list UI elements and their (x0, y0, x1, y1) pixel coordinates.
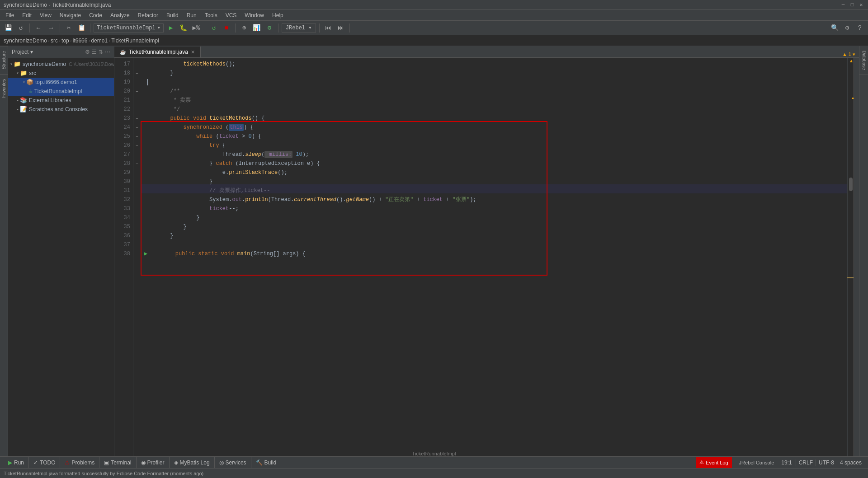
fold-20[interactable]: – (133, 87, 141, 96)
run-config-dropdown[interactable]: TicketRunnableImpl ▾ (94, 23, 164, 33)
terminal-status-label: Terminal (111, 459, 131, 466)
fold-26[interactable]: – (133, 141, 141, 150)
search-everywhere-button[interactable]: 🔍 (829, 23, 840, 33)
settings-button[interactable]: ⚙ (842, 23, 853, 33)
forward-button[interactable]: → (46, 23, 57, 33)
structure-tab[interactable]: Structure (0, 46, 8, 74)
event-log-button[interactable]: ⚠ Event Log (696, 457, 732, 469)
copy-button[interactable]: 📋 (76, 23, 87, 33)
fold-25[interactable]: – (133, 132, 141, 141)
fold-36 (133, 231, 141, 240)
fold-28[interactable]: – (133, 159, 141, 168)
line-24-content: synchronized (this) { (144, 123, 847, 132)
breadcrumb-project[interactable]: synchronizeDemo (4, 37, 47, 44)
menu-run[interactable]: Run (183, 11, 200, 19)
sync-button[interactable]: ↺ (15, 23, 26, 33)
problems-status-button[interactable]: ⚠ Problems (60, 457, 99, 469)
active-tab[interactable]: ☕ TicketRunnableImpl.java ✕ (114, 47, 201, 57)
more-icon[interactable]: ⋯ (105, 49, 110, 55)
menu-vcs[interactable]: VCS (222, 11, 241, 19)
window-title: synchronizeDemo - TicketRunnableImpl.jav… (4, 2, 111, 8)
breadcrumb-class[interactable]: TicketRunnableImpl (111, 37, 159, 44)
project-dropdown[interactable]: Project ▾ (12, 49, 33, 55)
code-area[interactable]: ticketMethods(); } /** (141, 58, 847, 456)
build-status-button[interactable]: 🔨 Build (251, 457, 282, 469)
tree-root[interactable]: ▾ 📁 synchronizeDemo C:\Users\30315\Dow..… (8, 60, 114, 69)
menu-file[interactable]: File (2, 11, 18, 19)
services-status-button[interactable]: ◎ Services (215, 457, 251, 469)
line-num-26: 26 (114, 141, 130, 150)
sort-icon[interactable]: ⇅ (99, 49, 103, 55)
favorites-tab[interactable]: Favorites (0, 74, 8, 102)
vertical-scrollbar[interactable] (854, 58, 859, 456)
expand-icon: ▾ (10, 61, 13, 67)
menu-help[interactable]: Help (269, 11, 287, 19)
debug-button[interactable]: 🐛 (178, 23, 189, 33)
tree-package[interactable]: ▾ 📦 top.it6666.demo1 (8, 78, 114, 87)
profiler-button[interactable]: ⊕ (239, 23, 250, 33)
menu-window[interactable]: Window (241, 11, 268, 19)
menu-tools[interactable]: Tools (201, 11, 221, 19)
minimize-button[interactable]: ─ (840, 2, 846, 8)
fold-24[interactable]: – (133, 123, 141, 132)
code-line-27: Thread.sleep( millis: 10); (144, 150, 847, 159)
menu-build[interactable]: Build (163, 11, 182, 19)
help-button[interactable]: ? (854, 23, 865, 33)
breadcrumb-it6666[interactable]: it6666 (73, 37, 88, 44)
window-controls[interactable]: ─ □ ✕ (840, 2, 864, 8)
save-button[interactable]: 💾 (3, 23, 14, 33)
run-gutter-icon[interactable]: ▶ (144, 249, 147, 258)
mybatis-status-button[interactable]: ◈ MyBatis Log (170, 457, 215, 469)
warning-indicator[interactable]: ▲ 1 ▾ (839, 52, 859, 57)
run-status-button[interactable]: ▶ Run (4, 457, 29, 469)
database-tab[interactable]: Database (859, 46, 868, 75)
breadcrumb-src[interactable]: src (51, 37, 58, 44)
jrebel-console-label: JRebel Console (739, 460, 774, 465)
package-expand-icon: ▾ (23, 80, 25, 85)
right-gutter: ▲ (847, 58, 854, 456)
tree-class[interactable]: ☕ TicketRunnableImpl (8, 87, 114, 96)
tree-ext-libs[interactable]: ▸ 📚 External Libraries (8, 96, 114, 105)
menu-view[interactable]: View (36, 11, 55, 19)
fold-23[interactable]: – (133, 114, 141, 123)
menu-navigate[interactable]: Navigate (56, 11, 85, 19)
ext-libs-label: External Libraries (29, 97, 71, 103)
terminal-status-button[interactable]: ▣ Terminal (99, 457, 136, 469)
fold-30 (133, 177, 141, 186)
breadcrumb-demo1[interactable]: demo1 (91, 37, 108, 44)
list-icon[interactable]: ☰ (92, 49, 97, 55)
fold-18[interactable]: – (133, 69, 141, 78)
maximize-button[interactable]: □ (849, 2, 855, 8)
menu-analyze[interactable]: Analyze (107, 11, 133, 19)
menu-refactor[interactable]: Refactor (134, 11, 162, 19)
back-button[interactable]: ← (33, 23, 44, 33)
run-with-coverage[interactable]: ▶% (191, 23, 202, 33)
fold-38 (133, 249, 141, 258)
stop-button[interactable]: ■ (221, 23, 232, 33)
breadcrumb-top[interactable]: top (61, 37, 69, 44)
profiler-status-button[interactable]: ◉ Profiler (137, 457, 170, 469)
line-21-content: * 卖票 (144, 96, 847, 105)
menu-code[interactable]: Code (85, 11, 106, 19)
coverage-button[interactable]: 📊 (251, 23, 262, 33)
prev-step-button[interactable]: ⏮ (323, 23, 334, 33)
gear-icon[interactable]: ⚙ (85, 49, 90, 55)
jrebel-dropdown[interactable]: JRebel ▾ (282, 23, 316, 33)
scroll-thumb[interactable] (849, 178, 853, 191)
close-button[interactable]: ✕ (858, 2, 864, 8)
rerun-button[interactable]: ↺ (208, 23, 219, 33)
jrebel-console-button[interactable]: JRebel Console (736, 457, 778, 469)
code-line-32: System.out.println(Thread.currentThread(… (144, 195, 847, 204)
tree-scratches[interactable]: ▸ 📝 Scratches and Consoles (8, 105, 114, 114)
menu-edit[interactable]: Edit (19, 11, 35, 19)
cut-button[interactable]: ✂ (63, 23, 74, 33)
todo-status-button[interactable]: ✓ TODO (29, 457, 60, 469)
tree-src[interactable]: ▾ 📁 src (8, 69, 114, 78)
right-warning: ▲ (850, 59, 853, 64)
line-31-content: // 卖票操作,ticket-- (144, 186, 847, 195)
tab-close-button[interactable]: ✕ (191, 49, 195, 55)
line-num-38: 38 (114, 249, 130, 258)
database-button[interactable]: ⚙ (264, 23, 275, 33)
next-step-button[interactable]: ⏭ (335, 23, 346, 33)
run-button[interactable]: ▶ (165, 23, 176, 33)
